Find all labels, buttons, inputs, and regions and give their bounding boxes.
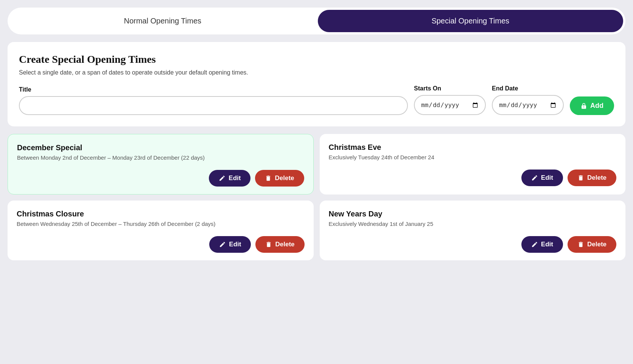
- trash-icon: [265, 175, 272, 182]
- delete-label: Delete: [275, 174, 294, 182]
- edit-button[interactable]: Edit: [209, 170, 250, 187]
- card-december-special: December Special Between Monday 2nd of D…: [8, 134, 314, 194]
- create-description: Select a single date, or a span of dates…: [19, 69, 614, 76]
- end-date-input[interactable]: [492, 95, 564, 115]
- form-row: Title Starts On End Date Add: [19, 85, 614, 115]
- edit-icon: [531, 174, 538, 181]
- end-date-field-group: End Date: [492, 85, 564, 115]
- trash-icon: [577, 174, 584, 181]
- edit-label: Edit: [229, 174, 241, 182]
- delete-label: Delete: [275, 241, 294, 248]
- card-title: Christmas Closure: [17, 210, 305, 218]
- card-new-years-day: New Years Day Exclusively Wednesday 1st …: [320, 201, 626, 260]
- card-actions: Edit Delete: [329, 236, 617, 253]
- trash-icon: [265, 241, 272, 248]
- edit-button[interactable]: Edit: [521, 236, 563, 253]
- delete-label: Delete: [587, 174, 607, 182]
- end-date-label: End Date: [492, 85, 564, 92]
- edit-button[interactable]: Edit: [209, 236, 251, 253]
- card-title: New Years Day: [329, 210, 617, 218]
- add-button[interactable]: Add: [570, 96, 614, 115]
- edit-icon: [219, 241, 226, 248]
- starts-on-input[interactable]: [414, 95, 486, 115]
- card-subtitle: Between Monday 2nd of December – Monday …: [17, 154, 304, 161]
- edit-label: Edit: [229, 241, 241, 248]
- starts-on-field-group: Starts On: [414, 85, 486, 115]
- cards-grid: December Special Between Monday 2nd of D…: [8, 134, 625, 260]
- card-subtitle: Exclusively Tuesday 24th of December 24: [329, 154, 617, 160]
- delete-label: Delete: [587, 241, 607, 248]
- card-subtitle: Between Wednesday 25th of December – Thu…: [17, 221, 305, 227]
- card-actions: Edit Delete: [329, 170, 617, 186]
- card-actions: Edit Delete: [17, 236, 305, 253]
- starts-on-label: Starts On: [414, 85, 486, 92]
- edit-button[interactable]: Edit: [521, 170, 563, 186]
- card-christmas-closure: Christmas Closure Between Wednesday 25th…: [8, 201, 314, 260]
- edit-label: Edit: [541, 174, 553, 182]
- title-field-group: Title: [19, 86, 408, 115]
- title-input[interactable]: [19, 96, 408, 115]
- edit-label: Edit: [541, 241, 553, 248]
- delete-button[interactable]: Delete: [255, 170, 304, 187]
- tab-bar: Normal Opening Times Special Opening Tim…: [8, 8, 625, 34]
- trash-icon: [577, 241, 584, 248]
- card-subtitle: Exclusively Wednesday 1st of January 25: [329, 221, 617, 227]
- card-actions: Edit Delete: [17, 170, 304, 187]
- title-label: Title: [19, 86, 408, 93]
- delete-button[interactable]: Delete: [568, 236, 616, 253]
- delete-button[interactable]: Delete: [255, 236, 304, 253]
- delete-button[interactable]: Delete: [568, 170, 616, 186]
- edit-icon: [219, 175, 226, 182]
- create-title: Create Special Opening Times: [19, 53, 614, 65]
- card-title: December Special: [17, 143, 304, 152]
- edit-icon: [531, 241, 538, 248]
- lock-icon: [580, 103, 587, 109]
- tab-normal[interactable]: Normal Opening Times: [10, 10, 316, 32]
- tab-special[interactable]: Special Opening Times: [318, 10, 624, 32]
- card-christmas-eve: Christmas Eve Exclusively Tuesday 24th o…: [320, 134, 626, 194]
- create-section: Create Special Opening Times Select a si…: [8, 42, 625, 126]
- card-title: Christmas Eve: [329, 143, 617, 152]
